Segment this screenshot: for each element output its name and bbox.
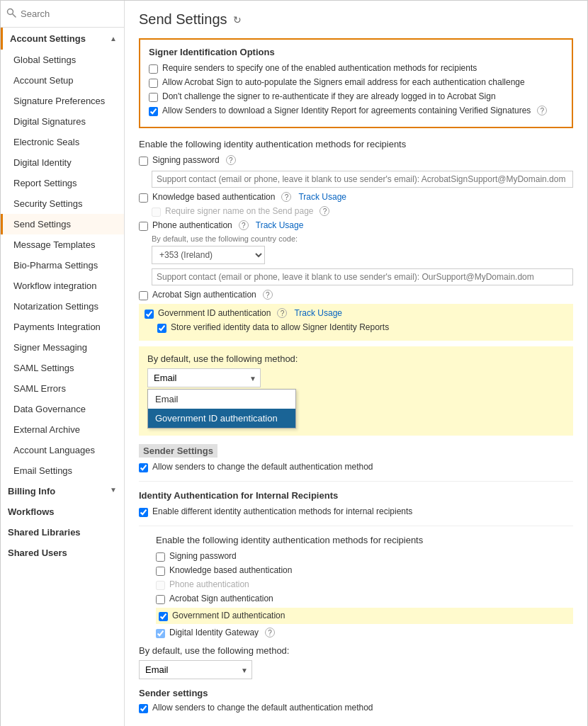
search-bar[interactable]	[1, 1, 124, 28]
account-settings-group[interactable]: Account Settings ▲	[1, 28, 124, 50]
sidebar-item-notarization-settings[interactable]: Notarization Settings	[1, 296, 124, 317]
refresh-icon[interactable]: ↻	[233, 14, 242, 25]
sidebar-item-bio-pharma[interactable]: Bio-Pharma Settings	[1, 255, 124, 276]
signer-cb1[interactable]	[149, 64, 158, 74]
internal-enable-check[interactable]	[139, 508, 148, 517]
method-select[interactable]: Email Government ID authentication	[147, 368, 261, 387]
kba-sub-check[interactable]	[152, 208, 161, 217]
sender-allow-change-check[interactable]	[139, 463, 148, 472]
sidebar-item-external-archive[interactable]: External Archive	[1, 419, 124, 440]
sidebar-item-signer-messaging[interactable]: Signer Messaging	[1, 337, 124, 358]
int-signing-pw-label: Signing password	[169, 551, 237, 561]
country-select[interactable]: +353 (Ireland)	[152, 246, 265, 264]
workflows-group[interactable]: Workflows	[1, 501, 124, 522]
signer-cb4-row: Allow Senders to download a Signer Ident…	[149, 106, 563, 116]
sidebar-item-payments-integration[interactable]: Payments Integration	[1, 317, 124, 337]
chevron-down-icon: ▼	[110, 486, 117, 494]
signer-cb4[interactable]	[149, 107, 158, 116]
sidebar-item-digital-identity[interactable]: Digital Identity	[1, 152, 124, 173]
signer-cb4-label: Allow Senders to download a Signer Ident…	[162, 106, 531, 115]
signer-cb3[interactable]	[149, 93, 158, 102]
help-icon-phone[interactable]: ?	[239, 220, 249, 230]
sidebar-item-global-settings[interactable]: Global Settings	[1, 50, 124, 70]
phone-track-usage-link[interactable]: Track Usage	[256, 220, 304, 230]
kba-row: Knowledge based authentication ? Track U…	[139, 192, 573, 203]
gov-id-store-check[interactable]	[157, 324, 166, 333]
shared-users-group[interactable]: Shared Users	[1, 543, 124, 563]
help-icon-signing-pw[interactable]: ?	[226, 155, 236, 165]
kba-check[interactable]	[139, 193, 148, 203]
divider2	[139, 526, 573, 526]
sidebar-item-signature-preferences[interactable]: Signature Preferences	[1, 91, 124, 111]
sidebar-item-data-governance[interactable]: Data Governance	[1, 399, 124, 419]
signing-password-row: Signing password ?	[139, 155, 573, 166]
shared-libraries-group[interactable]: Shared Libraries	[1, 522, 124, 543]
int-signing-pw-row: Signing password	[156, 551, 573, 562]
help-icon-acrobat[interactable]: ?	[263, 290, 273, 300]
kba-track-usage-link[interactable]: Track Usage	[298, 192, 346, 202]
sidebar-item-saml-errors[interactable]: SAML Errors	[1, 378, 124, 399]
country-label: By default, use the following country co…	[152, 234, 573, 243]
int-signing-pw-check[interactable]	[156, 552, 165, 562]
signer-cb3-label: Don't challenge the signer to re-authent…	[162, 91, 496, 101]
help-icon-cb4[interactable]: ?	[537, 106, 547, 115]
signing-password-check[interactable]	[139, 157, 148, 166]
sidebar-item-workflow-integration[interactable]: Workflow integration	[1, 276, 124, 296]
int-gov-id-check[interactable]	[159, 612, 168, 621]
sidebar-item-account-languages[interactable]: Account Languages	[1, 440, 124, 460]
signing-password-support-input[interactable]	[152, 171, 573, 188]
help-icon-gov-id[interactable]: ?	[277, 308, 287, 318]
account-settings-label: Account Settings	[10, 33, 86, 44]
sidebar-item-digital-signatures[interactable]: Digital Signatures	[1, 111, 124, 132]
signer-cb1-row: Require senders to specify one of the en…	[149, 63, 563, 74]
int-gov-id-row: Government ID authentication	[156, 608, 573, 624]
help-icon-digital-id[interactable]: ?	[265, 628, 275, 637]
int-sender-allow-change-check[interactable]	[139, 704, 148, 713]
help-icon-kba-sub[interactable]: ?	[320, 206, 329, 216]
sidebar-item-message-templates[interactable]: Message Templates	[1, 234, 124, 255]
phone-auth-label: Phone authentication	[152, 220, 232, 230]
search-input[interactable]	[21, 8, 118, 19]
billing-info-group[interactable]: Billing Info ▼	[1, 481, 124, 501]
int-digital-id-check[interactable]	[156, 629, 165, 638]
chevron-up-icon: ▲	[110, 35, 117, 42]
signer-cb2[interactable]	[149, 79, 158, 88]
dropdown-option-gov-id[interactable]: Government ID authentication	[148, 409, 295, 428]
dropdown-option-email[interactable]: Email	[148, 390, 295, 409]
sender-settings-label: Sender Settings	[139, 444, 217, 458]
sidebar-item-security-settings[interactable]: Security Settings	[1, 193, 124, 214]
kba-sub: Require signer name on the Send page ?	[139, 206, 573, 217]
kba-sub-row: Require signer name on the Send page ?	[152, 206, 573, 217]
int-kba-check[interactable]	[156, 567, 165, 576]
help-icon-kba[interactable]: ?	[281, 192, 291, 202]
dropdown-options: Email Government ID authentication	[147, 389, 296, 429]
method-select-wrap: Email Government ID authentication ▼	[147, 368, 261, 387]
sender-settings-area: Sender Settings Allow senders to change …	[139, 444, 573, 472]
sidebar-item-report-settings[interactable]: Report Settings	[1, 173, 124, 193]
internal-sender-label: Sender settings	[139, 688, 573, 698]
sidebar-item-send-settings[interactable]: Send Settings	[1, 214, 124, 234]
gov-id-sub: Store verified identity data to allow Si…	[145, 322, 567, 333]
signer-cb2-row: Allow Acrobat Sign to auto-populate the …	[149, 77, 563, 88]
int-digital-id-label: Digital Identity Gateway	[169, 628, 259, 637]
shared-users-label: Shared Users	[8, 548, 67, 558]
acrobat-auth-check[interactable]	[139, 291, 148, 300]
int-digital-id-row: Digital Identity Gateway ?	[156, 628, 573, 638]
gov-id-track-usage-link[interactable]: Track Usage	[294, 308, 342, 318]
sidebar-item-saml-settings[interactable]: SAML Settings	[1, 358, 124, 378]
int-kba-row: Knowledge based authentication	[156, 565, 573, 576]
sender-allow-change-label: Allow senders to change the default auth…	[152, 462, 373, 472]
internal-method-select-wrap: Email Government ID authentication ▼	[139, 660, 252, 679]
internal-sender-settings: Sender settings Allow senders to change …	[139, 688, 573, 713]
sidebar-item-electronic-seals[interactable]: Electronic Seals	[1, 132, 124, 152]
gov-id-check[interactable]	[145, 310, 154, 319]
sidebar-item-email-settings[interactable]: Email Settings	[1, 460, 124, 481]
identity-auth-section: Enable the following identity authentica…	[139, 139, 573, 713]
phone-auth-check[interactable]	[139, 222, 148, 231]
signer-id-title: Signer Identification Options	[149, 47, 563, 57]
billing-info-label: Billing Info	[8, 486, 55, 497]
phone-support-input[interactable]	[152, 268, 573, 285]
int-acrobat-check[interactable]	[156, 595, 165, 604]
internal-method-select[interactable]: Email Government ID authentication	[139, 660, 252, 679]
sidebar-item-account-setup[interactable]: Account Setup	[1, 70, 124, 91]
